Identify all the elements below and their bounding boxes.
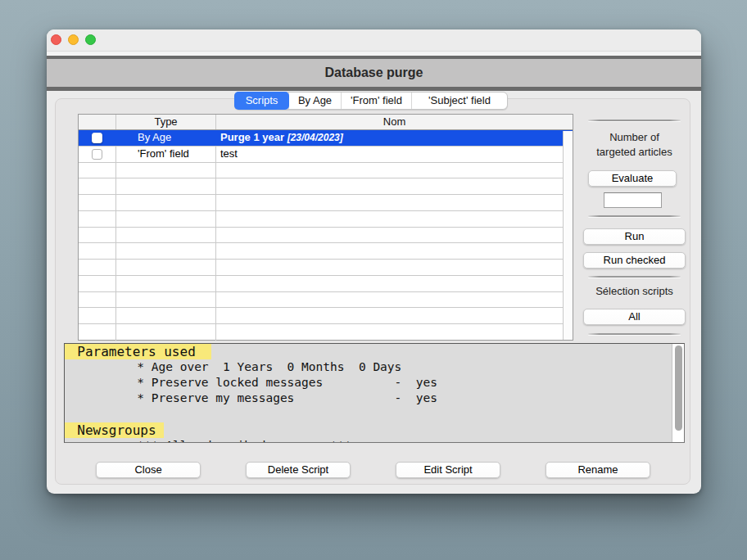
table-scrollbar[interactable] [563, 131, 573, 340]
table-row-empty[interactable] [79, 292, 573, 309]
row-checkbox-cell [79, 276, 116, 291]
row-name-cell [216, 260, 573, 275]
details-line: * Age over 1 Years 0 Months 0 Days [66, 359, 684, 375]
run-checked-button[interactable]: Run checked [583, 252, 686, 269]
row-type-cell [116, 324, 216, 341]
all-button[interactable]: All [583, 309, 686, 325]
tab-subject-field[interactable]: 'Subject' field [411, 93, 507, 109]
row-checkbox-cell [79, 292, 116, 308]
row-checkbox-cell [79, 228, 116, 243]
separator [588, 120, 681, 121]
column-header-nom: Nom [216, 115, 573, 129]
row-checkbox-cell [79, 163, 116, 178]
row-name-cell [216, 308, 573, 323]
table-row[interactable]: By Age Purge 1 year [23/04/2023] [79, 130, 573, 147]
table-row-empty[interactable] [79, 195, 573, 211]
delete-script-button[interactable]: Delete Script [246, 462, 351, 478]
tab-bar: Scripts By Age 'From' field 'Subject' fi… [234, 92, 508, 110]
minimize-window-icon[interactable] [68, 34, 79, 45]
table-row-empty[interactable] [79, 211, 573, 228]
row-name-cell [216, 276, 573, 291]
table-row-empty[interactable] [79, 308, 573, 324]
row-type-cell [116, 228, 216, 243]
row-checkbox[interactable] [92, 149, 102, 160]
table-row-empty[interactable] [79, 163, 573, 179]
desktop: { "window": { "title": "Database purge" … [0, 0, 747, 560]
details-line: *** All subscribed groups *** [66, 438, 684, 443]
database-purge-window: Database purge Scripts By Age 'From' fie… [47, 29, 701, 494]
row-name-cell: Purge 1 year [23/04/2023] [216, 130, 573, 146]
page-title: Database purge [47, 59, 701, 87]
details-line [66, 407, 684, 422]
details-heading: Newsgroups [64, 422, 164, 438]
row-name-cell [216, 211, 573, 227]
table-header: Type Nom [79, 115, 573, 130]
close-button[interactable]: Close [96, 462, 201, 478]
row-name-cell [216, 163, 573, 178]
row-type-cell [116, 243, 216, 259]
table-row-empty[interactable] [79, 228, 573, 244]
targeted-articles-label: Number of targeted articles [571, 130, 698, 160]
row-type-cell [116, 308, 216, 323]
rename-button[interactable]: Rename [546, 462, 650, 478]
row-name-cell [216, 195, 573, 210]
row-checkbox-cell [79, 195, 116, 210]
scripts-table: Type Nom By Age Purge 1 year [23/04/2023… [78, 114, 573, 341]
separator [588, 333, 681, 335]
row-checkbox-cell [79, 308, 116, 323]
table-row-empty[interactable] [79, 178, 573, 195]
column-header-type: Type [116, 115, 216, 129]
row-type-cell [116, 163, 216, 178]
row-type-cell [116, 211, 216, 227]
details-scrollbar-thumb[interactable] [675, 345, 682, 431]
row-checkbox[interactable] [92, 133, 102, 143]
tab-by-age[interactable]: By Age [288, 93, 341, 109]
separator [588, 276, 681, 278]
row-checkbox-cell [79, 260, 116, 275]
table-row-empty[interactable] [79, 243, 573, 260]
script-details-panel: Parameters used * Age over 1 Years 0 Mon… [64, 343, 685, 443]
header-divider-bottom [47, 87, 701, 91]
row-type-cell: By Age [116, 130, 216, 146]
run-button[interactable]: Run [583, 228, 686, 245]
row-type-cell [116, 195, 216, 210]
selection-scripts-label: Sélection scripts [571, 284, 698, 299]
details-line: * Preserve locked messages - yes [66, 375, 684, 391]
row-checkbox-cell [79, 178, 116, 194]
row-checkbox-cell [79, 130, 116, 146]
column-header-checkbox [79, 115, 116, 129]
edit-script-button[interactable]: Edit Script [396, 462, 500, 478]
evaluate-button[interactable]: Evaluate [588, 170, 677, 187]
row-checkbox-cell [79, 211, 116, 227]
row-type-cell [116, 178, 216, 194]
targeted-count-field[interactable] [604, 192, 662, 208]
row-checkbox-cell [79, 147, 116, 162]
table-row-empty[interactable] [79, 324, 573, 341]
details-heading: Parameters used [64, 344, 211, 359]
titlebar [47, 29, 701, 52]
row-name-cell [216, 292, 573, 308]
tab-scripts[interactable]: Scripts [234, 92, 289, 110]
table-row-empty[interactable] [79, 260, 573, 276]
row-type-cell: 'From' field [116, 147, 216, 162]
row-name-cell: test [216, 147, 573, 162]
details-line: Parameters used [64, 344, 684, 359]
details-scrollbar[interactable] [672, 344, 684, 442]
close-window-icon[interactable] [51, 34, 61, 45]
row-type-cell [116, 292, 216, 308]
details-line: Newsgroups [64, 422, 684, 438]
tab-from-field[interactable]: 'From' field [341, 93, 411, 109]
row-checkbox-cell [79, 243, 116, 259]
row-checkbox-cell [79, 324, 116, 341]
table-row-empty[interactable] [79, 276, 573, 292]
row-name-cell [216, 228, 573, 243]
table-row[interactable]: 'From' field test [79, 147, 573, 163]
zoom-window-icon[interactable] [85, 34, 96, 45]
row-name-cell [216, 178, 573, 194]
separator [588, 215, 681, 217]
row-type-cell [116, 260, 216, 275]
row-name-cell [216, 243, 573, 259]
row-type-cell [116, 276, 216, 291]
row-name-cell [216, 324, 573, 341]
details-line: * Preserve my messages - yes [66, 391, 684, 406]
